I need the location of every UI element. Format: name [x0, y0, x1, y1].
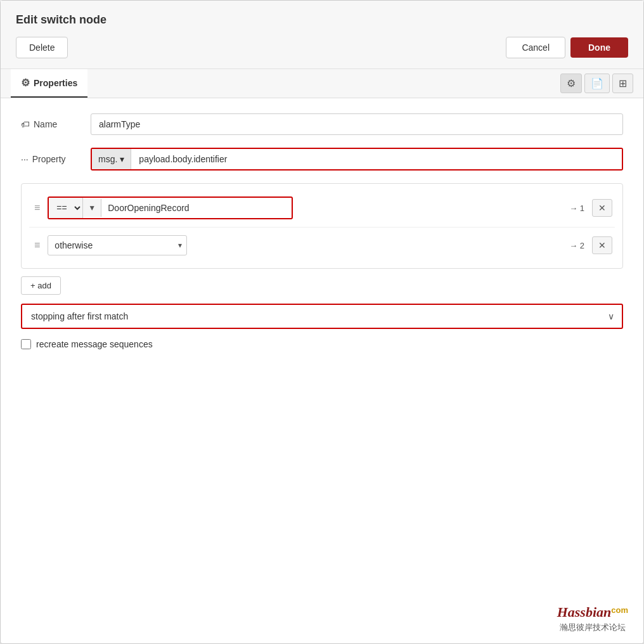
dialog-header: Edit switch node Delete Cancel Done [1, 1, 643, 69]
tab-properties[interactable]: ⚙ Properties [11, 69, 87, 98]
delete-button[interactable]: Delete [16, 37, 68, 58]
recreate-label: recreate message sequences [36, 339, 153, 349]
dialog-title: Edit switch node [16, 13, 628, 27]
drag-handle-1[interactable]: ≡ [32, 202, 42, 214]
brand-sub: 瀚思彼岸技术论坛 [557, 622, 628, 633]
content-area: 🏷 Name ··· Property msg. ▾ ≡ [1, 98, 643, 594]
rules-container: ≡ == != < > ▼ → 1 ✕ ≡ [21, 183, 623, 269]
tab-action-layout-button[interactable]: ⊞ [612, 74, 633, 93]
tab-actions: ⚙ 📄 ⊞ [560, 74, 633, 93]
name-input[interactable] [91, 113, 623, 135]
tabs-row: ⚙ Properties ⚙ 📄 ⊞ [1, 69, 643, 98]
brand-name: Hassbian [557, 604, 612, 620]
property-type-button[interactable]: msg. ▾ [92, 149, 131, 169]
property-field-row: ··· Property msg. ▾ [21, 148, 623, 171]
rule-type-button-1[interactable]: ▼ [83, 199, 101, 217]
stop-match-chevron-icon[interactable]: ∨ [600, 305, 622, 328]
rule-remove-button-1[interactable]: ✕ [592, 199, 612, 217]
otherwise-wrapper: otherwise == ▾ [48, 235, 187, 255]
tab-properties-label: Properties [34, 78, 77, 88]
tab-action-doc-button[interactable]: 📄 [584, 74, 610, 93]
stop-match-label: stopping after first match [22, 305, 600, 328]
tag-icon: 🏷 [21, 119, 30, 129]
rule-remove-button-2[interactable]: ✕ [592, 236, 612, 254]
add-rule-button[interactable]: + add [21, 276, 61, 295]
gear-icon: ⚙ [21, 77, 30, 89]
done-button[interactable]: Done [570, 37, 628, 58]
rule-arrow-2: → 2 [567, 241, 587, 250]
property-type-label: msg. [98, 154, 117, 164]
name-label: 🏷 Name [21, 119, 91, 129]
brand-wrapper: Hassbiancom 瀚思彼岸技术论坛 [557, 604, 628, 633]
property-label: ··· Property [21, 154, 91, 164]
recreate-checkbox[interactable] [21, 339, 31, 349]
recreate-row: recreate message sequences [21, 339, 623, 349]
stop-match-wrapper: stopping after first match ∨ [21, 304, 623, 329]
property-type-chevron: ▾ [120, 154, 124, 164]
dialog-toolbar: Delete Cancel Done [16, 37, 628, 58]
cancel-button[interactable]: Cancel [506, 37, 565, 58]
rule-operator-select-1[interactable]: == != < > [49, 198, 83, 218]
rule-condition-1: == != < > ▼ [48, 196, 293, 219]
name-field-row: 🏷 Name [21, 113, 623, 135]
rule-value-input-1[interactable] [101, 198, 292, 217]
brand-com: com [611, 605, 628, 615]
property-value-input[interactable] [131, 149, 622, 169]
rule-row-1: ≡ == != < > ▼ → 1 ✕ [29, 191, 615, 224]
rule-arrow-1: → 1 [567, 203, 587, 213]
tab-action-settings-button[interactable]: ⚙ [560, 74, 582, 93]
edit-switch-dialog: Edit switch node Delete Cancel Done ⚙ Pr… [0, 0, 644, 644]
footer-brand: Hassbiancom 瀚思彼岸技术论坛 [1, 594, 643, 643]
otherwise-select[interactable]: otherwise == [48, 235, 187, 255]
property-wrapper: msg. ▾ [91, 148, 623, 171]
rule-row-2: ≡ otherwise == ▾ → 2 ✕ [29, 227, 615, 261]
dots-icon: ··· [21, 154, 29, 164]
drag-handle-2[interactable]: ≡ [32, 240, 42, 251]
